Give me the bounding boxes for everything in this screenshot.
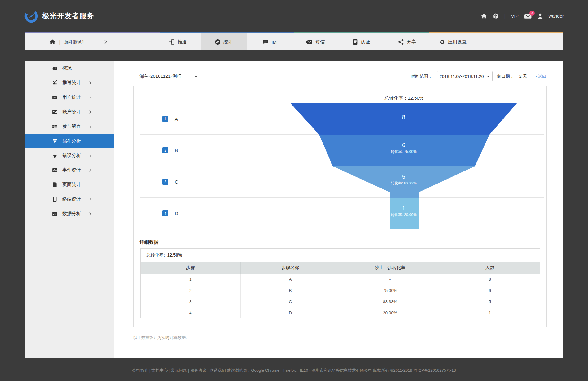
sidebar-item-overview[interactable]: 概况 [25, 61, 114, 76]
table-header-cell: 步骤 [141, 262, 240, 274]
caret-down-icon [195, 76, 198, 77]
tab-share[interactable]: 分享 [384, 33, 430, 50]
step-name: A [175, 116, 178, 122]
main-panel: 漏斗-20181121-例行 时间范围： 2018.11.07-2018.11.… [114, 61, 563, 358]
table-total-row: 总转化率: 12.50% [141, 249, 540, 262]
home-icon[interactable] [481, 13, 487, 19]
table-cell: 83.33% [340, 296, 440, 307]
detail-table-card: 总转化率: 12.50% 步骤步骤名称较上一步转化率人数 1A-82B75.00… [140, 248, 540, 318]
tab-label: 短信 [315, 39, 325, 45]
table-cell: 8 [440, 274, 540, 285]
brand: 极光开发者服务 [24, 9, 94, 23]
user-trend-icon [52, 95, 58, 100]
funnel-icon [52, 138, 58, 144]
bug-icon [52, 153, 58, 158]
toolbar: 漏斗-20181121-例行 时间范围： 2018.11.07-2018.11.… [133, 71, 546, 81]
window-value: 2 天 [519, 74, 527, 79]
chevron-right-icon [88, 110, 93, 114]
breadcrumb-app-name[interactable]: 漏斗测试1 [64, 39, 84, 45]
step-name: B [175, 148, 178, 153]
funnel-chart: 1A2B3C4D86转化率: 75.00%5转化率: 83.33%1转化率: 2… [134, 103, 546, 229]
main-nav: | 漏斗测试1 推送统计IM短信认证分享应用设置 [25, 33, 563, 50]
sidebar-item-device-stats[interactable]: 终端统计 [25, 192, 114, 206]
sidebar-item-label: 用户统计 [62, 94, 81, 100]
tab-app-settings[interactable]: 应用设置 [430, 33, 476, 50]
sidebar-item-retention[interactable]: 参与留存 [25, 119, 114, 134]
stats-icon [215, 39, 221, 45]
tab-sms[interactable]: 短信 [292, 33, 338, 50]
gauge-icon [52, 66, 58, 71]
funnel-chart-card: 总转化率：12.50% 1A2B3C4D86转化率: 75.00%5转化率: 8… [133, 86, 547, 327]
settings-icon [439, 39, 445, 45]
table-row: 3C83.33%5 [141, 296, 540, 307]
tab-label: 统计 [223, 39, 233, 45]
document-icon [52, 182, 58, 188]
detail-heading: 详细数据 [140, 239, 158, 245]
share-icon [398, 39, 404, 45]
time-range-label: 时间范围： [411, 74, 432, 79]
funnel-row-label: 3C [140, 179, 178, 185]
table-cell: D [240, 307, 340, 318]
sidebar-item-funnel-analysis[interactable]: 漏斗分析 [25, 134, 114, 148]
step-badge: 4 [162, 210, 168, 216]
sidebar-item-label: 推送统计 [62, 80, 81, 86]
sidebar-item-label: 事件统计 [62, 167, 81, 173]
funnel-shape[interactable] [290, 103, 517, 229]
account-card-icon [52, 109, 58, 115]
time-range-select[interactable]: 2018.11.07-2018.11.20 [437, 71, 493, 81]
funnel-segment-1[interactable] [290, 103, 517, 135]
toolbar-right: 时间范围： 2018.11.07-2018.11.20 窗口期： 2 天 <返回 [411, 71, 546, 81]
sidebar: 概况推送统计用户统计账户统计参与留存漏斗分析错误分析事件统计页面统计终端统计数据… [25, 61, 114, 358]
back-link[interactable]: <返回 [536, 74, 546, 79]
funnel-segment-3[interactable] [333, 166, 475, 198]
app-header: 极光开发者服务 | VIP 3 wander [0, 0, 588, 32]
table-cell: B [240, 285, 340, 296]
funnel-select[interactable]: 漏斗-20181121-例行 [133, 73, 198, 79]
sidebar-item-error-analysis[interactable]: 错误分析 [25, 148, 114, 163]
sidebar-item-event-stats[interactable]: 事件统计 [25, 163, 114, 177]
header-actions: | VIP 3 wander [481, 13, 564, 19]
im-icon [262, 39, 269, 45]
app-footer: 公司简介 | 文档中心 | 常见问题 | 服务协议 | 联系我们 建议浏览器：G… [0, 358, 588, 381]
table-cell: 2 [141, 285, 240, 296]
table-cell: 5 [440, 296, 540, 307]
breadcrumb: | 漏斗测试1 [25, 33, 155, 50]
grid-icon [52, 124, 58, 129]
sidebar-item-page-stats[interactable]: 页面统计 [25, 177, 114, 192]
breadcrumb-chevron-icon[interactable] [104, 40, 107, 44]
table-cell: 1 [141, 274, 240, 285]
table-row: 2B75.00%6 [141, 285, 540, 296]
funnel-segment-4[interactable] [390, 198, 419, 229]
tab-stats[interactable]: 统计 [201, 33, 247, 50]
mail-icon[interactable]: 3 [524, 13, 532, 19]
table-cell: C [240, 296, 340, 307]
table-cell: 20.00% [340, 307, 440, 318]
step-name: D [175, 211, 178, 216]
window-label: 窗口期： [497, 74, 514, 79]
table-header-cell: 较上一步转化率 [340, 262, 440, 274]
breadcrumb-home-icon[interactable] [50, 39, 55, 45]
total-conversion-title: 总转化率：12.50% [384, 95, 423, 101]
sidebar-item-user-stats[interactable]: 用户统计 [25, 90, 114, 105]
tab-label: 推送 [178, 39, 187, 45]
username[interactable]: wander [549, 13, 564, 19]
tab-label: IM [271, 39, 277, 45]
tab-im[interactable]: IM [247, 33, 292, 50]
caret-down-icon [487, 76, 490, 77]
cube-icon[interactable] [493, 13, 499, 19]
tab-push[interactable]: 推送 [155, 33, 201, 50]
sidebar-item-data-analysis[interactable]: 数据分析 [25, 206, 114, 221]
step-badge: 2 [162, 147, 168, 153]
tab-auth[interactable]: 认证 [338, 33, 384, 50]
funnel-segment-2[interactable] [319, 135, 489, 166]
footer-text: 公司简介 | 文档中心 | 常见问题 | 服务协议 | 联系我们 建议浏览器：G… [132, 368, 456, 381]
user-icon[interactable] [537, 13, 543, 19]
sidebar-item-account-stats[interactable]: 账户统计 [25, 105, 114, 119]
table-cell: 4 [141, 307, 240, 318]
vip-link[interactable]: VIP [511, 13, 519, 19]
sidebar-item-push-stats[interactable]: 推送统计 [25, 76, 114, 90]
sidebar-item-label: 概况 [62, 65, 72, 71]
nav-tabs: 推送统计IM短信认证分享应用设置 [155, 33, 476, 50]
tab-label: 认证 [361, 39, 370, 45]
sidebar-item-label: 数据分析 [62, 211, 81, 217]
